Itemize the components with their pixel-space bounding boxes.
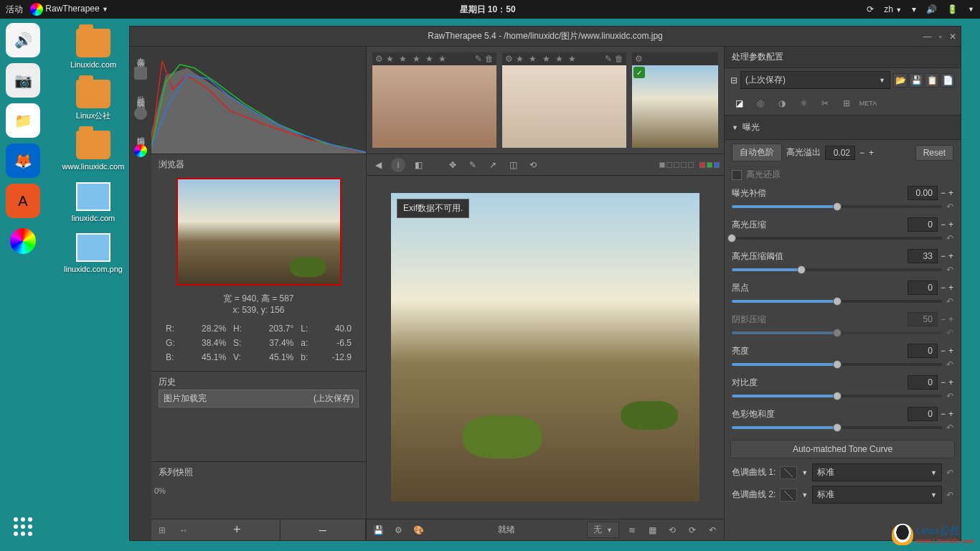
image-canvas[interactable]: Exif数据不可用. — [367, 176, 724, 519]
softproof-icon[interactable]: ≋ — [625, 523, 639, 537]
picker-icon[interactable]: ✎ — [466, 158, 480, 172]
hand-tool-icon[interactable]: ✥ — [446, 158, 460, 172]
save-icon[interactable]: 💾 — [371, 523, 385, 537]
show-applications[interactable] — [6, 509, 40, 544]
rail-batchqueue[interactable]: 批处理队列 — [136, 90, 146, 97]
filmstrip-thumb[interactable]: ⚙★ ★ ★ ★ ★✎🗑 — [372, 52, 496, 148]
spin-plus[interactable]: + — [948, 220, 953, 230]
dock-firefox[interactable]: 🦊 — [6, 143, 40, 178]
folder-www-linuxidc[interactable]: www.linuxidc.com — [65, 131, 122, 171]
slider-value[interactable]: 0 — [908, 217, 938, 232]
trash-icon[interactable]: 🗑 — [615, 54, 623, 64]
palette-icon[interactable]: 🎨 — [411, 523, 425, 537]
curve-icon[interactable] — [780, 489, 797, 501]
reset-icon[interactable]: ↶ — [946, 296, 953, 306]
activities-button[interactable]: 活动 — [6, 4, 23, 16]
spin-plus[interactable]: + — [948, 314, 953, 324]
maximize-icon[interactable]: ▫ — [939, 32, 942, 42]
spin-plus[interactable]: + — [948, 283, 953, 293]
reset-icon[interactable]: ↶ — [946, 233, 953, 243]
whitebalance-icon[interactable]: ↗ — [486, 158, 500, 172]
filmstrip-thumb[interactable]: ⚙★ ★ ★ ★ ★✎🗑 — [502, 52, 626, 148]
spin-minus[interactable]: − — [941, 188, 946, 198]
info-icon[interactable]: i — [391, 158, 405, 172]
reset-icon[interactable]: ↶ — [946, 202, 953, 212]
monitor-profile-dropdown[interactable]: 无▼ — [587, 522, 619, 538]
rail-filebrowser[interactable]: 文件浏览 — [136, 51, 146, 57]
spin-minus[interactable]: − — [941, 377, 946, 387]
save-profile-icon[interactable]: 💾 — [909, 73, 923, 88]
tab-color-icon[interactable]: ◑ — [775, 96, 789, 110]
reset-icon[interactable]: ↶ — [946, 359, 953, 369]
file-linuxidc-png[interactable]: linuxidc.com.png — [65, 233, 122, 274]
profile-dropdown[interactable]: (上次保存)▼ — [740, 71, 890, 89]
slider-track[interactable] — [732, 268, 942, 271]
tone-curve-button[interactable]: Auto-matched Tone Curve — [793, 444, 892, 454]
queue-gear-icon[interactable]: ⚙ — [391, 523, 405, 537]
folder-linuxgongshe[interactable]: Linux公社 — [65, 80, 122, 121]
spin-minus[interactable]: − — [941, 314, 946, 324]
spin-plus[interactable]: + — [948, 188, 953, 198]
wifi-icon[interactable]: ▾ — [912, 4, 916, 14]
dock-camera[interactable]: 📷 — [6, 63, 40, 98]
slider-track[interactable] — [732, 205, 942, 208]
rail-editor[interactable]: 编辑器 — [136, 130, 146, 134]
tab-raw-icon[interactable]: ⊞ — [839, 96, 854, 110]
slider-track[interactable] — [732, 363, 942, 366]
reset-icon[interactable]: ↶ — [946, 423, 953, 433]
edit-icon[interactable]: ✎ — [605, 54, 612, 64]
reset-icon[interactable]: ↶ — [946, 468, 953, 478]
spin-plus[interactable]: + — [948, 346, 953, 356]
system-menu-chevron[interactable]: ▼ — [968, 6, 974, 13]
dock-rhythmbox[interactable]: 🔊 — [6, 23, 40, 57]
tab-transform-icon[interactable]: ✂ — [818, 96, 832, 110]
refresh-icon[interactable]: ⟳ — [867, 4, 874, 14]
gear-icon[interactable]: ⚙ — [375, 54, 383, 64]
spin-plus[interactable]: + — [948, 377, 953, 387]
spin-minus[interactable]: − — [859, 148, 864, 158]
histogram[interactable] — [151, 47, 366, 154]
spin-plus[interactable]: + — [869, 148, 874, 158]
slider-value[interactable]: 0 — [908, 407, 938, 421]
before-after-icon[interactable]: ◧ — [411, 158, 425, 172]
history-entry[interactable]: 图片加载完(上次保存) — [159, 390, 359, 408]
clock[interactable]: 星期日 10：50 — [108, 4, 867, 16]
spin-plus[interactable]: + — [948, 251, 953, 261]
reset-icon[interactable]: ↶ — [946, 391, 953, 401]
tab-meta-icon[interactable]: META — [861, 96, 875, 110]
curve-icon[interactable] — [780, 466, 797, 479]
history-collapse-icon[interactable]: ⊞ — [151, 519, 173, 540]
reset-icon[interactable]: ↶ — [946, 328, 953, 338]
crop-icon[interactable]: ◫ — [506, 158, 520, 172]
spin-minus[interactable]: − — [941, 283, 946, 293]
spin-minus[interactable]: − — [941, 346, 946, 356]
arrow-left-icon[interactable]: ◀ — [371, 158, 385, 172]
file-linuxidc-img1[interactable]: linuxidc.com — [65, 182, 122, 223]
minimize-icon[interactable]: — — [923, 32, 932, 42]
slider-value[interactable]: 0 — [908, 281, 938, 295]
filmstrip-thumb-active[interactable]: ⚙ ✓ — [632, 52, 718, 148]
curve-mode-2[interactable]: 标准▼ — [812, 486, 942, 504]
indicator-squares[interactable] — [659, 162, 694, 168]
trash-icon[interactable]: 🗑 — [485, 54, 494, 64]
rotate-icon[interactable]: ⟳ — [685, 523, 699, 537]
gear-icon[interactable]: ⚙ — [505, 54, 513, 64]
slider-track[interactable] — [732, 426, 942, 429]
straighten-icon[interactable]: ⟲ — [526, 158, 540, 172]
navigator-thumbnail[interactable] — [176, 178, 341, 286]
exposure-section-header[interactable]: ▼曝光 — [725, 116, 961, 140]
undo-icon[interactable]: ↶ — [705, 523, 720, 537]
slider-value[interactable]: 50 — [908, 312, 938, 326]
copy-profile-icon[interactable]: 📋 — [925, 73, 939, 88]
slider-value[interactable]: 0 — [908, 344, 938, 358]
tab-exposure-icon[interactable]: ◪ — [732, 96, 746, 110]
slider-value[interactable]: 0 — [908, 375, 938, 390]
rating-stars[interactable]: ★ ★ ★ ★ ★ — [516, 54, 602, 64]
tab-advanced-icon[interactable]: ⚛ — [796, 96, 811, 110]
gear-icon[interactable] — [134, 107, 147, 120]
paste-profile-icon[interactable]: 📄 — [941, 73, 955, 88]
edit-icon[interactable]: ✎ — [475, 54, 482, 64]
reset-icon[interactable]: ↶ — [946, 490, 953, 500]
rotate-icon[interactable]: ⟲ — [665, 523, 679, 537]
spin-minus[interactable]: − — [941, 251, 946, 261]
